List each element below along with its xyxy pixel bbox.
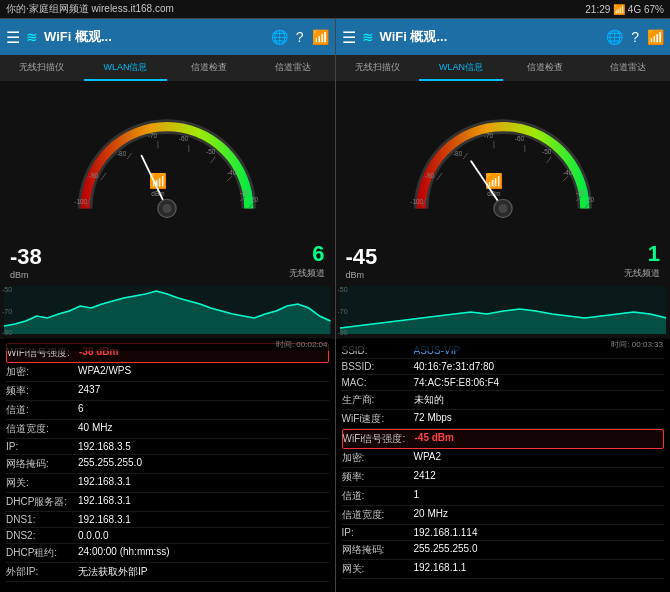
info-val: 72 Mbps: [414, 412, 665, 426]
left-tab-radar[interactable]: 信道雷达: [251, 55, 335, 81]
info-row: 生产商:未知的: [342, 391, 665, 410]
right-channel-display: 1 无线频道: [624, 241, 660, 280]
left-tab-scanner[interactable]: 无线扫描仪: [0, 55, 84, 81]
info-val: WPA2/WPS: [78, 365, 329, 379]
right-signal-icon[interactable]: 📶: [647, 29, 664, 45]
right-gauge-svg: -100 -90 -80 -70 -60 -50 -40 -30 -20 📶 d…: [403, 98, 603, 228]
info-key: 信道:: [342, 489, 414, 503]
svg-line-12: [227, 176, 232, 181]
svg-text:-70: -70: [484, 132, 494, 139]
svg-text:-30: -30: [575, 189, 585, 196]
svg-line-36: [563, 176, 568, 181]
info-val: 无法获取外部IP: [78, 565, 329, 579]
svg-line-4: [127, 153, 132, 159]
info-key: 网络掩码:: [6, 457, 78, 471]
info-key: IP:: [6, 441, 78, 452]
status-left-text: 你的·家庭组网频道 wireless.it168.com: [6, 2, 174, 16]
right-dbm-display: -45 dBm: [346, 244, 378, 280]
svg-text:📶: 📶: [149, 172, 168, 190]
svg-point-22: [163, 204, 172, 213]
right-app-title: WiFi 概观...: [380, 28, 601, 46]
info-key: BSSID:: [342, 361, 414, 372]
info-row: 频率:2412: [342, 468, 665, 487]
svg-text:-90: -90: [89, 172, 99, 179]
left-menu-icon[interactable]: ☰: [6, 28, 20, 47]
right-nav-tabs: 无线扫描仪 WLAN信息 信道检查 信道雷达: [336, 55, 671, 81]
left-signal-values: -38 dBm 6 无线频道: [0, 241, 335, 284]
svg-text:-100: -100: [75, 198, 88, 205]
info-val: 未知的: [414, 393, 665, 407]
info-key: 信道:: [6, 403, 78, 417]
right-dbm-value: -45: [346, 244, 378, 270]
right-waveform-labels: -50 -70 -90: [338, 286, 348, 336]
info-row: MAC:74:AC:5F:E8:06:F4: [342, 375, 665, 391]
right-timestamp: 时间: 00:03:33: [340, 338, 667, 351]
svg-text:-70: -70: [148, 132, 158, 139]
right-globe-icon[interactable]: 🌐: [606, 29, 623, 45]
left-gauge-svg: -100 -90 -80 -70 -60 -50 -40: [67, 98, 267, 228]
left-globe-icon[interactable]: 🌐: [271, 29, 288, 45]
right-menu-icon[interactable]: ☰: [342, 28, 356, 47]
svg-point-46: [498, 204, 507, 213]
status-right-text: 21:29 📶 4G 67%: [585, 4, 664, 15]
info-key: WiFi速度:: [342, 412, 414, 426]
info-key: DNS2:: [6, 530, 78, 541]
svg-line-28: [463, 153, 468, 159]
info-key: 信道宽度:: [342, 508, 414, 522]
info-val: 20 MHz: [414, 508, 665, 522]
info-key: DHCP租约:: [6, 546, 78, 560]
info-val: 24:00:00 (hh:mm:ss): [78, 546, 329, 560]
info-key: IP:: [342, 527, 414, 538]
info-row: DHCP租约:24:00:00 (hh:mm:ss): [6, 544, 329, 563]
info-val: 2437: [78, 384, 329, 398]
left-app-title: WiFi 概观...: [44, 28, 265, 46]
svg-text:-40: -40: [227, 169, 237, 176]
right-header-icons: 🌐 ? 📶: [606, 29, 664, 45]
info-row: DNS2:0.0.0.0: [6, 528, 329, 544]
left-info-table: WiFi信号强度:-38 dBm加密:WPA2/WPS频率:2437信道:6信道…: [0, 339, 335, 592]
info-row: 网关:192.168.3.1: [6, 474, 329, 493]
info-key: 生产商:: [342, 393, 414, 407]
info-row: 频率:2437: [6, 382, 329, 401]
left-signal-icon[interactable]: 📶: [312, 29, 329, 45]
right-channel-value: 1: [648, 241, 660, 267]
svg-line-10: [211, 157, 216, 163]
right-dbm-label: dBm: [346, 270, 365, 280]
left-dbm-display: -38 dBm: [10, 244, 42, 280]
svg-text:-50: -50: [542, 148, 552, 155]
info-key: 外部IP:: [6, 565, 78, 579]
right-tab-scanner[interactable]: 无线扫描仪: [336, 55, 420, 81]
left-waveform-svg: [4, 286, 331, 334]
left-waveform: -50 -70 -90 时间: 00:02:04: [0, 284, 335, 339]
info-row: 信道:1: [342, 487, 665, 506]
right-info-table: SSID:ASUS-VIPBSSID:40:16:7e:31:d7:80MAC:…: [336, 339, 671, 592]
left-tab-wlan[interactable]: WLAN信息: [84, 55, 168, 81]
left-tab-channel[interactable]: 信道检查: [167, 55, 251, 81]
svg-text:-20: -20: [249, 196, 259, 203]
info-row: 外部IP:无法获取外部IP: [6, 563, 329, 582]
info-val: 1: [414, 489, 665, 503]
info-val: 192.168.3.5: [78, 441, 329, 452]
info-key: 加密:: [6, 365, 78, 379]
info-val: 192.168.3.1: [78, 514, 329, 525]
right-signal-values: -45 dBm 1 无线频道: [336, 241, 671, 284]
svg-line-2: [101, 173, 106, 180]
right-tab-channel[interactable]: 信道检查: [503, 55, 587, 81]
info-val: 0.0.0.0: [78, 530, 329, 541]
svg-text:-50: -50: [206, 148, 216, 155]
info-row: 加密:WPA2/WPS: [6, 363, 329, 382]
right-tab-wlan[interactable]: WLAN信息: [419, 55, 503, 81]
left-help-icon[interactable]: ?: [296, 29, 304, 45]
info-row: WiFi信号强度:-45 dBm: [342, 429, 665, 449]
right-tab-radar[interactable]: 信道雷达: [586, 55, 670, 81]
svg-text:-80: -80: [117, 150, 127, 157]
svg-text:-80: -80: [453, 150, 463, 157]
right-panel: ☰ ≋ WiFi 概观... 🌐 ? 📶 无线扫描仪 WLAN信息 信道检查 信…: [336, 19, 671, 592]
right-help-icon[interactable]: ?: [631, 29, 639, 45]
info-val: 192.168.3.1: [78, 476, 329, 490]
svg-text:-60: -60: [515, 135, 525, 142]
right-waveform: -50 -70 -90 时间: 00:03:33: [336, 284, 671, 339]
info-val: 40:16:7e:31:d7:80: [414, 361, 665, 372]
left-dbm-label: dBm: [10, 270, 29, 280]
info-row: IP:192.168.1.114: [342, 525, 665, 541]
